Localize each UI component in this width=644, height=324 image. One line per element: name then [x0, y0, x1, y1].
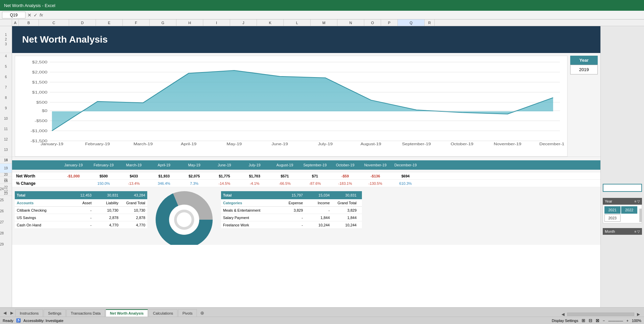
svg-text:-$1,000: -$1,000 [31, 129, 48, 133]
nw-jul: $1,703 [239, 174, 270, 178]
column-headers-row: A B C D E F G H I J K L M N O P Q R [0, 19, 644, 26]
col-H[interactable]: H [176, 19, 203, 26]
year-slicer-header: Year [570, 56, 598, 65]
pct-aug: -66.5% [270, 181, 300, 185]
svg-text:September-19: September-19 [402, 142, 431, 146]
year-opt-2023[interactable]: 2023 [604, 214, 621, 222]
add-sheet-btn[interactable]: ⊕ [198, 309, 207, 317]
acc-row-0-grand: 10,730 [120, 208, 147, 212]
cat-col-income: Income [305, 201, 332, 205]
empty-cell-indicator[interactable] [603, 184, 642, 192]
col-A[interactable]: A [12, 19, 19, 26]
acc-row-1-asset: - [67, 216, 94, 220]
svg-text:$2,000: $2,000 [32, 70, 48, 74]
formula-input[interactable] [45, 13, 642, 17]
cat-total-label: Total [221, 193, 278, 197]
col-I[interactable]: I [203, 19, 230, 26]
tab-settings[interactable]: Settings [44, 309, 66, 317]
cat-row-1-grand: 1,844 [332, 216, 359, 220]
col-R[interactable]: R [425, 19, 435, 26]
year-opt-2022[interactable]: 2022 [621, 206, 637, 214]
col-E[interactable]: E [96, 19, 123, 26]
accessibility-icon[interactable]: ♿ [16, 318, 21, 323]
cat-row-0-inc: - [305, 208, 332, 212]
acc-total-asset: 12,453 [67, 193, 94, 197]
acc-col-liability: Liability [94, 201, 120, 205]
formula-confirm[interactable]: ✓ [34, 12, 38, 18]
zoom-slider[interactable]: ———— [608, 319, 623, 323]
horizontal-scrollbar[interactable] [567, 313, 634, 316]
col-L[interactable]: L [284, 19, 311, 26]
page-layout-icon[interactable]: ⊟ [589, 318, 592, 323]
col-D[interactable]: D [69, 19, 96, 26]
acc-total-grand: 43,284 [120, 193, 147, 197]
col-Q[interactable]: Q [398, 19, 425, 26]
donut-chart-container [151, 191, 218, 245]
col-N[interactable]: N [337, 19, 364, 26]
col-K[interactable]: K [257, 19, 284, 26]
col-J[interactable]: J [230, 19, 257, 26]
cat-col-expense: Expense [278, 201, 305, 205]
page-title: Net Worth Analysis [22, 34, 108, 45]
col-C[interactable]: C [39, 19, 69, 26]
nw-nov: -$136 [360, 174, 390, 178]
svg-text:June-19: June-19 [272, 142, 288, 146]
row-18-spacer [12, 157, 600, 160]
header-may: May-19 [179, 163, 209, 167]
year-slicer-filter-icon[interactable]: ≡ ▽ [634, 200, 640, 203]
col-P[interactable]: P [381, 19, 398, 26]
tab-instructions[interactable]: Instructions [15, 309, 43, 317]
prev-sheet-btn[interactable]: ◀ [1, 309, 8, 317]
net-worth-row: Net Worth -$1,000 $500 $433 $1,933 $2,07… [12, 172, 600, 180]
tab-pivots[interactable]: Pivots [178, 309, 197, 317]
row-num-18: 18 [0, 157, 12, 164]
acc-row-1-liability: 2,878 [94, 216, 120, 220]
donut-chart [154, 191, 214, 245]
tab-calculations[interactable]: Calculations [149, 309, 177, 317]
year-slicer-scrollbar[interactable] [639, 209, 642, 222]
col-G[interactable]: G [150, 19, 176, 26]
tab-transactions[interactable]: Transactions Data [66, 309, 105, 317]
year-opt-2021[interactable]: 2021 [604, 206, 621, 214]
horizontal-scroll-left[interactable]: ◀ [561, 312, 565, 317]
svg-text:$0: $0 [42, 109, 48, 113]
acc-row-2-asset: - [67, 223, 94, 227]
normal-view-icon[interactable]: ⊞ [582, 318, 585, 323]
formula-cancel[interactable]: ✕ [28, 12, 32, 18]
pct-oct: -183.1% [330, 181, 360, 185]
year-slicer-options: 2021 2022 2023 [603, 205, 642, 223]
svg-text:May-19: May-19 [227, 142, 242, 146]
col-F[interactable]: F [123, 19, 150, 26]
accessibility-text: Accessibility: Investigate [23, 319, 63, 323]
cat-row-1-inc: 1,844 [305, 216, 332, 220]
header-nov: November-19 [360, 163, 390, 167]
acc-col-asset: Asset [67, 201, 94, 205]
acc-row-2-grand: 4,770 [120, 223, 147, 227]
cat-row-2: Freelance Work - 10,244 10,244 [221, 221, 362, 229]
svg-text:January-19: January-19 [41, 142, 63, 146]
next-sheet-btn[interactable]: ▶ [8, 309, 15, 317]
cat-total-grand: 30,831 [332, 193, 359, 197]
name-box[interactable] [2, 12, 25, 18]
display-settings[interactable]: Display Settings [552, 319, 578, 323]
month-slicer-filter-icon[interactable]: ≡ ▽ [634, 230, 640, 233]
zoom-in-icon[interactable]: + [626, 319, 628, 323]
year-slicer-top: Year 2019 [568, 56, 598, 157]
cat-row-1: Salary Payment - 1,844 1,844 [221, 214, 362, 221]
year-slicer-value[interactable]: 2019 [570, 65, 598, 74]
cat-col-header: Categories Expense Income Grand Total [221, 199, 362, 207]
acc-row-0-label: Citibank Checking [15, 208, 67, 212]
pct-apr: 346.4% [149, 181, 179, 185]
col-M[interactable]: M [311, 19, 337, 26]
zoom-out-icon[interactable]: − [603, 319, 605, 323]
horizontal-scroll-right[interactable]: ▶ [637, 312, 640, 317]
col-B[interactable]: B [19, 19, 39, 26]
status-left: Ready ♿ Accessibility: Investigate [3, 318, 63, 323]
month-slicer-right: Month ≡ ▽ [603, 228, 642, 235]
col-O[interactable]: O [364, 19, 381, 26]
tab-net-worth[interactable]: Net Worth Analysis [106, 309, 148, 317]
status-bar: Ready ♿ Accessibility: Investigate Displ… [0, 317, 644, 324]
page-break-icon[interactable]: ⊠ [596, 318, 599, 323]
accounts-table: Total 12,453 30,831 43,284 Accounts Asse… [15, 191, 147, 245]
bottom-section: Total 12,453 30,831 43,284 Accounts Asse… [12, 191, 600, 245]
